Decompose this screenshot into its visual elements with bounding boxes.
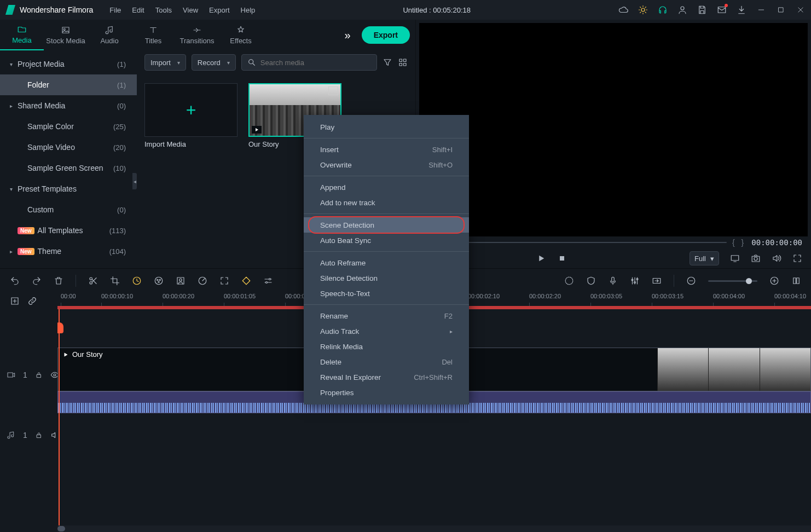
- preview-video[interactable]: [419, 23, 808, 236]
- folder-icon[interactable]: [27, 266, 37, 268]
- ctx-overwrite[interactable]: OverwriteShift+O: [304, 157, 469, 172]
- ctx-silence-detection[interactable]: Silence Detection: [304, 270, 469, 286]
- playhead[interactable]: [59, 309, 60, 525]
- redo-icon[interactable]: [32, 276, 42, 286]
- play-icon[interactable]: [536, 253, 546, 263]
- track-add-icon[interactable]: [10, 296, 20, 306]
- in-out-brackets[interactable]: { }: [732, 238, 746, 247]
- sidebar-item-preset-templates[interactable]: ▾Preset Templates: [0, 178, 137, 199]
- ctx-speech-to-text[interactable]: Speech-to-Text: [304, 286, 469, 301]
- ctx-rename[interactable]: RenameF2: [304, 308, 469, 323]
- volume-icon[interactable]: [772, 253, 781, 263]
- download-icon[interactable]: [737, 5, 746, 15]
- maximize-icon[interactable]: [776, 5, 786, 15]
- scrub-slider[interactable]: [425, 242, 727, 243]
- ctx-relink-media[interactable]: Relink Media: [304, 339, 469, 354]
- scroll-track[interactable]: [57, 525, 811, 532]
- undo-icon[interactable]: [10, 276, 20, 286]
- ctx-auto-reframe[interactable]: Auto Reframe: [304, 255, 469, 270]
- ctx-add-track[interactable]: Add to new track: [304, 195, 469, 210]
- ctx-append[interactable]: Append: [304, 180, 469, 195]
- sidebar-item-theme[interactable]: ▸NewTheme(104): [0, 241, 137, 262]
- sidebar-item-custom[interactable]: Custom(0): [0, 199, 137, 220]
- menu-edit[interactable]: Edit: [132, 6, 144, 14]
- filter-icon[interactable]: [383, 57, 392, 67]
- ctx-reveal-explorer[interactable]: Reveal In ExplorerCtrl+Shift+R: [304, 369, 469, 385]
- display-icon[interactable]: [730, 253, 740, 263]
- ctx-play[interactable]: Play: [304, 119, 469, 135]
- new-badge: New: [18, 248, 34, 255]
- adjust-icon[interactable]: [263, 276, 273, 286]
- marker-shield-icon[interactable]: [586, 276, 596, 286]
- link-icon[interactable]: [27, 296, 37, 306]
- green-screen-icon[interactable]: [176, 276, 186, 286]
- tab-effects[interactable]: Effects: [219, 20, 263, 50]
- split-icon[interactable]: [88, 276, 98, 286]
- headphones-icon[interactable]: [658, 5, 668, 15]
- more-tabs-icon[interactable]: »: [345, 29, 351, 42]
- menu-view[interactable]: View: [183, 6, 198, 14]
- zoom-slider[interactable]: [708, 280, 757, 282]
- zoom-out-icon[interactable]: [686, 276, 696, 286]
- tips-icon[interactable]: [638, 5, 648, 15]
- sidebar-item-folder[interactable]: Folder(1): [0, 74, 137, 95]
- collapse-sidebar-icon[interactable]: ◂: [132, 173, 137, 189]
- menu-export[interactable]: Export: [209, 6, 230, 14]
- keyframe-icon[interactable]: [241, 276, 251, 286]
- add-folder-icon[interactable]: [10, 266, 20, 268]
- scroll-thumb[interactable]: [57, 526, 65, 531]
- color-icon[interactable]: [154, 276, 164, 286]
- audio-mixer-icon[interactable]: [630, 276, 640, 286]
- tab-titles[interactable]: Titles: [131, 20, 175, 50]
- cloud-icon[interactable]: [618, 5, 628, 15]
- lock-icon[interactable]: [35, 370, 43, 380]
- lock-icon[interactable]: [35, 430, 43, 440]
- menu-tools[interactable]: Tools: [155, 6, 172, 14]
- quality-dropdown[interactable]: Full▾: [690, 251, 719, 265]
- grid-view-icon[interactable]: [398, 57, 408, 67]
- detect-icon[interactable]: [219, 276, 229, 286]
- search-input[interactable]: [260, 59, 371, 67]
- zoom-thumb[interactable]: [746, 278, 752, 284]
- crop-icon[interactable]: [110, 276, 120, 286]
- snapshot-icon[interactable]: [751, 253, 761, 263]
- ctx-properties[interactable]: Properties: [304, 385, 469, 400]
- fit-icon[interactable]: [791, 276, 801, 286]
- sidebar-item-all-templates[interactable]: NewAll Templates(113): [0, 220, 137, 241]
- minimize-icon[interactable]: [756, 5, 766, 15]
- import-media-tile[interactable]: + Import Media: [144, 83, 237, 148]
- render-icon[interactable]: [652, 276, 662, 286]
- stop-icon[interactable]: [557, 253, 567, 263]
- sidebar-item-shared-media[interactable]: ▸Shared Media(0): [0, 95, 137, 116]
- ctx-delete[interactable]: DeleteDel: [304, 354, 469, 369]
- sidebar-item-sample-green[interactable]: Sample Green Screen(10): [0, 158, 137, 178]
- ruler-tick: 00:00: [61, 293, 76, 299]
- sidebar-item-project-media[interactable]: ▾Project Media(1): [0, 54, 137, 74]
- zoom-in-icon[interactable]: [769, 276, 779, 286]
- export-button[interactable]: Export: [362, 26, 410, 44]
- speed-ramp-icon[interactable]: [198, 276, 207, 286]
- sidebar-item-sample-video[interactable]: Sample Video(20): [0, 137, 137, 158]
- tab-stock-media[interactable]: Stock Media: [44, 20, 88, 50]
- save-icon[interactable]: [697, 5, 707, 15]
- menu-file[interactable]: File: [109, 6, 121, 14]
- ctx-insert[interactable]: InsertShift+I: [304, 142, 469, 157]
- speed-icon[interactable]: [132, 276, 142, 286]
- import-dropdown[interactable]: Import▾: [144, 54, 186, 71]
- tab-audio[interactable]: Audio: [88, 20, 131, 50]
- message-icon[interactable]: [717, 5, 727, 15]
- ctx-audio-track[interactable]: Audio Track▸: [304, 323, 469, 339]
- menu-help[interactable]: Help: [241, 6, 256, 14]
- voiceover-icon[interactable]: [608, 276, 618, 286]
- close-icon[interactable]: [796, 5, 806, 15]
- tab-transitions[interactable]: Transitions: [175, 20, 219, 50]
- ctx-scene-detection[interactable]: Scene Detection: [304, 217, 469, 233]
- fullscreen-icon[interactable]: [792, 253, 802, 263]
- delete-icon[interactable]: [54, 276, 63, 286]
- ctx-auto-beat-sync[interactable]: Auto Beat Sync: [304, 233, 469, 248]
- record-dropdown[interactable]: Record▾: [192, 54, 236, 71]
- sidebar-item-sample-color[interactable]: Sample Color(25): [0, 116, 137, 137]
- account-icon[interactable]: [677, 5, 687, 15]
- tab-media[interactable]: Media: [0, 20, 44, 50]
- mark-icon[interactable]: [564, 276, 574, 286]
